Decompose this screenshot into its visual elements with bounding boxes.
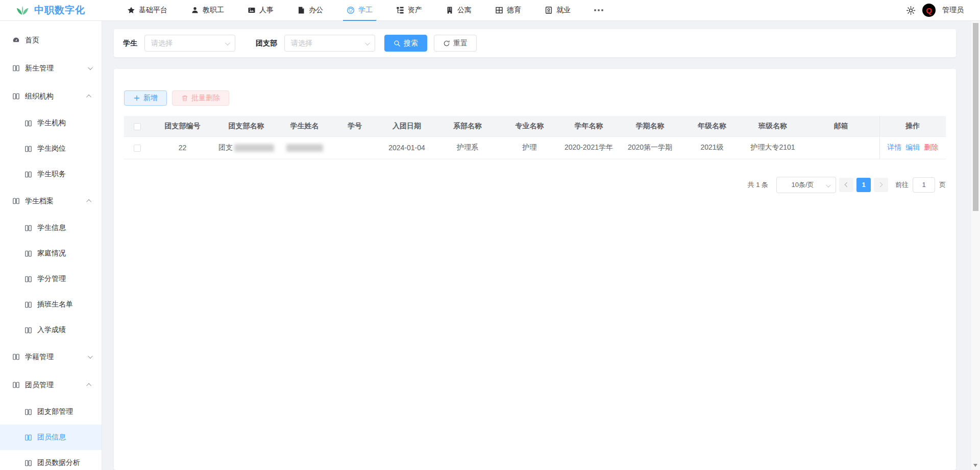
sidebar-item-student-post[interactable]: 学生岗位: [0, 136, 102, 161]
plus-icon: [133, 95, 140, 102]
topnav-item-hr[interactable]: 人事: [236, 0, 285, 20]
col-grade: 年级名称: [681, 116, 743, 136]
more-ellipsis-icon: [594, 9, 603, 11]
sidebar-item-entrance-score[interactable]: 入学成绩: [0, 317, 102, 343]
sprout-logo-icon: [15, 5, 30, 16]
pagination: 共 1 条 10条/页 1 前往 页: [124, 177, 946, 193]
tree-list-icon: [396, 6, 404, 14]
topnav-item-more[interactable]: [582, 0, 615, 20]
topbar-right: Q 管理员: [906, 4, 980, 17]
next-page-button[interactable]: [874, 178, 888, 192]
search-button[interactable]: 搜索: [384, 35, 427, 52]
chevron-down-icon: [88, 354, 93, 359]
sidebar-item-freshman-management[interactable]: 新生管理: [0, 54, 102, 82]
book-icon: [24, 145, 32, 153]
cell-class: 护理大专2101: [743, 136, 803, 159]
cell-branch-name: 团支: [214, 136, 278, 159]
select-all-checkbox[interactable]: [134, 123, 141, 130]
cell-join-date: 2024-01-04: [379, 136, 435, 159]
scrollbar-thumb[interactable]: [973, 23, 978, 211]
topnav-item-employment[interactable]: 就业: [533, 0, 582, 20]
dashboard-icon: [12, 36, 20, 44]
table-panel: 新增 批量删除 团支部编号 团支部名称 学生姓名: [114, 69, 956, 470]
batch-delete-button[interactable]: 批量删除: [172, 90, 229, 106]
book-icon: [24, 301, 32, 309]
refresh-icon: [443, 40, 450, 47]
col-join-date: 入团日期: [379, 116, 435, 136]
cell-department: 护理系: [435, 136, 500, 159]
book-icon: [12, 381, 20, 389]
book-icon: [12, 64, 20, 72]
page-1-button[interactable]: 1: [856, 178, 871, 192]
topnav-item-staff[interactable]: 教职工: [179, 0, 236, 20]
sidebar-item-credit-management[interactable]: 学分管理: [0, 266, 102, 292]
table-toolbar: 新增 批量删除: [124, 90, 946, 106]
chevron-down-icon: [225, 40, 230, 45]
sidebar-item-home[interactable]: 首页: [0, 26, 102, 54]
user-avatar[interactable]: Q: [922, 4, 936, 17]
gear-icon[interactable]: [906, 6, 916, 15]
redacted-student-name: [286, 144, 323, 152]
search-icon: [394, 40, 401, 47]
book-icon: [12, 197, 20, 205]
delete-link[interactable]: 删除: [924, 143, 938, 151]
col-department: 系部名称: [435, 116, 500, 136]
cell-grade: 2021级: [681, 136, 743, 159]
star-icon: [127, 6, 135, 14]
topnav-item-office[interactable]: 办公: [285, 0, 335, 20]
book-icon: [24, 120, 32, 127]
book-icon: [12, 92, 20, 100]
student-face-icon: [347, 6, 355, 14]
book-icon: [24, 250, 32, 257]
reset-button[interactable]: 重置: [434, 35, 477, 52]
sidebar-item-league-branch-management[interactable]: 团支部管理: [0, 399, 102, 425]
sidebar-item-student-info[interactable]: 学生信息: [0, 215, 102, 241]
goto-page-input[interactable]: [913, 177, 935, 193]
cell-branch-id: 22: [151, 136, 214, 159]
topbar: 中职数字化 基础平台 教职工 人事 办公 学工 资产 公寓: [0, 0, 980, 21]
prev-page-button[interactable]: [839, 178, 853, 192]
page-scrollbar[interactable]: [971, 21, 980, 470]
col-branch-id: 团支部编号: [151, 116, 214, 136]
book-icon: [24, 171, 32, 178]
sidebar-item-student-duty[interactable]: 学生职务: [0, 161, 102, 187]
user-name[interactable]: 管理员: [942, 6, 964, 15]
topnav-item-apartment[interactable]: 公寓: [434, 0, 483, 20]
detail-link[interactable]: 详情: [887, 143, 901, 151]
goto-label: 前往: [895, 180, 909, 190]
sidebar-item-student-archive[interactable]: 学生档案: [0, 187, 102, 215]
col-student-no: 学号: [331, 116, 379, 136]
sidebar-item-student-org[interactable]: 学生机构: [0, 110, 102, 136]
sidebar-item-transfer-student-list[interactable]: 插班生名单: [0, 292, 102, 317]
sidebar-item-league-member-info[interactable]: 团员信息: [0, 425, 102, 450]
app-logo: 中职数字化: [0, 4, 102, 17]
row-checkbox[interactable]: [134, 145, 141, 152]
edit-link[interactable]: 编辑: [905, 143, 920, 151]
sidebar-item-league-member-management[interactable]: 团员管理: [0, 371, 102, 399]
sidebar-item-league-member-analytics[interactable]: 团员数据分析: [0, 450, 102, 470]
topnav-item-base-platform[interactable]: 基础平台: [115, 0, 179, 20]
branch-filter-label: 团支部: [256, 39, 277, 48]
student-filter-label: 学生: [123, 39, 137, 48]
col-student-name: 学生姓名: [278, 116, 331, 136]
col-actions: 操作: [879, 116, 946, 136]
topnav-item-assets[interactable]: 资产: [384, 0, 434, 20]
book-icon: [24, 275, 32, 283]
trash-icon: [181, 95, 188, 102]
col-term: 学期名称: [619, 116, 681, 136]
branch-select[interactable]: 请选择: [284, 35, 375, 52]
book-icon: [24, 459, 32, 467]
topnav-item-student-affairs[interactable]: 学工: [335, 0, 384, 20]
add-button[interactable]: 新增: [124, 90, 167, 106]
topnav-item-moral-education[interactable]: 德育: [483, 0, 533, 20]
chevron-down-icon: [88, 65, 93, 70]
page-size-select[interactable]: 10条/页: [776, 177, 836, 193]
sidebar-item-student-status-management[interactable]: 学籍管理: [0, 343, 102, 371]
scrollbar-down-arrow[interactable]: [973, 464, 977, 467]
student-select[interactable]: 请选择: [144, 35, 235, 52]
book-icon: [24, 434, 32, 441]
sidebar-item-org-structure[interactable]: 组织机构: [0, 82, 102, 110]
page-unit-label: 页: [939, 180, 946, 190]
sidebar-item-family-info[interactable]: 家庭情况: [0, 241, 102, 266]
sidebar: 首页 新生管理 组织机构 学生机构 学生岗位 学生职务 学生档案 学生信息 家庭…: [0, 21, 102, 470]
